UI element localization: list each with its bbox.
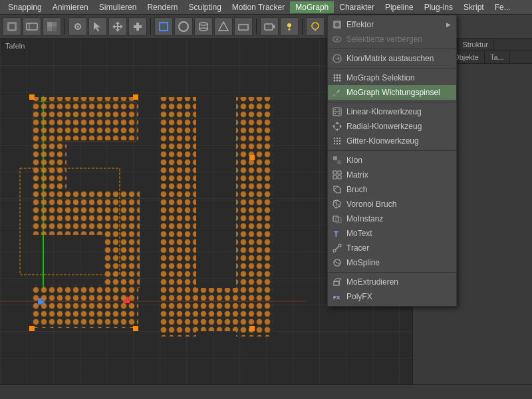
toolbar-cursor[interactable] <box>88 17 107 36</box>
menu-mograph-selektion[interactable]: MoGraph Selektion <box>328 70 456 85</box>
svg-point-82 <box>336 140 338 142</box>
svg-rect-13 <box>136 23 139 31</box>
menu-tracer[interactable]: Tracer <box>328 241 456 255</box>
toolbar-light[interactable] <box>280 17 299 36</box>
svg-rect-51 <box>249 326 255 331</box>
menu-matrix[interactable]: Matrix <box>328 168 456 182</box>
svg-point-64 <box>336 80 338 82</box>
svg-marker-105 <box>334 279 341 281</box>
svg-text:FX: FX <box>333 295 340 301</box>
menu-sculpting[interactable]: Sculpting <box>183 1 226 13</box>
svg-point-86 <box>339 143 340 144</box>
menu-rendern[interactable]: Rendern <box>142 1 183 13</box>
svg-point-76 <box>336 129 338 131</box>
svg-line-96 <box>336 200 337 208</box>
svg-point-19 <box>200 28 207 31</box>
svg-point-65 <box>339 80 341 82</box>
svg-point-66 <box>333 94 335 96</box>
menu-mograph[interactable]: MoGraph <box>290 1 334 13</box>
toolbar-sep-1 <box>65 19 65 35</box>
polyfx-icon: FX <box>332 291 342 302</box>
svg-point-78 <box>334 138 335 139</box>
toolbar-scale[interactable] <box>128 17 147 36</box>
menu-pipeline[interactable]: Pipeline <box>380 1 419 13</box>
menu-effektor[interactable]: Effektor <box>328 17 456 32</box>
menu-voronoi-bruch[interactable]: Voronoi Bruch <box>328 197 456 211</box>
svg-point-72 <box>338 113 340 114</box>
menu-klon-matrix-austauschen[interactable]: Klon/Matrix austauschen <box>328 51 456 66</box>
toolbar-plane[interactable] <box>234 17 253 36</box>
svg-rect-91 <box>333 176 336 179</box>
menu-mospline[interactable]: MoSpline <box>328 255 456 270</box>
svg-rect-88 <box>337 160 341 164</box>
svg-rect-21 <box>239 25 248 30</box>
menu-charakter[interactable]: Charakter <box>334 1 380 13</box>
menu-skript[interactable]: Skript <box>458 1 489 13</box>
menu-linear-klonwerkzeug[interactable]: Linear-Klonwerkzeug <box>328 104 456 119</box>
svg-rect-92 <box>338 176 341 179</box>
menu-motion-tracker[interactable]: Motion Tracker <box>227 1 290 13</box>
toolbar-cone[interactable] <box>214 17 233 36</box>
menu-polyfx[interactable]: FX PolyFX <box>328 289 456 304</box>
svg-point-81 <box>334 140 335 142</box>
menu-radial-klonwerkzeug[interactable]: Radial-Klonwerkzeug <box>328 119 456 134</box>
svg-rect-50 <box>249 155 255 160</box>
svg-rect-48 <box>29 326 35 331</box>
svg-rect-89 <box>333 171 336 174</box>
svg-rect-49 <box>133 326 138 331</box>
svg-rect-14 <box>160 23 168 31</box>
menu-moextrudieren[interactable]: MoExtrudieren <box>328 275 456 289</box>
svg-marker-20 <box>219 22 228 31</box>
svg-point-75 <box>340 126 342 128</box>
toolbar-gear[interactable] <box>68 17 87 36</box>
menu-motext[interactable]: T MoText <box>328 226 456 241</box>
mospline-icon <box>332 257 342 268</box>
menu-section-3: MoGraph Selektion MoGraph Wichtungspinse… <box>328 68 456 102</box>
toolbar-sphere[interactable] <box>174 17 193 36</box>
menu-bruch[interactable]: Bruch <box>328 182 456 197</box>
svg-point-57 <box>334 74 336 76</box>
menu-section-5: Klon Matrix Bruch <box>328 151 456 273</box>
svg-point-80 <box>339 138 340 139</box>
svg-rect-6 <box>47 27 52 31</box>
svg-line-94 <box>334 186 338 190</box>
menu-plugins[interactable]: Plug-ins <box>419 1 458 13</box>
menu-mograph-wichtungspinsel[interactable]: MoGraph Wichtungspinsel <box>328 85 456 100</box>
menu-moinstanz[interactable]: MoInstanz <box>328 211 456 226</box>
bruch-icon <box>332 184 342 195</box>
menu-snapping[interactable]: Snapping <box>3 1 47 13</box>
brush-icon <box>332 87 342 98</box>
svg-point-102 <box>338 244 341 247</box>
menu-klon[interactable]: Klon <box>328 153 456 168</box>
status-bar <box>0 384 532 399</box>
svg-point-55 <box>336 38 338 41</box>
svg-point-24 <box>287 23 291 27</box>
toolbar-box[interactable] <box>154 17 173 36</box>
toolbar-cylinder[interactable] <box>194 17 213 36</box>
svg-point-61 <box>336 77 338 79</box>
menu-animieren[interactable]: Animieren <box>47 1 94 13</box>
matrix-icon <box>332 170 342 180</box>
gitter-icon <box>332 136 342 146</box>
toolbar-camera[interactable] <box>260 17 279 36</box>
svg-point-60 <box>334 77 336 79</box>
toolbar-bulb[interactable] <box>306 17 325 36</box>
toolbar-btn-1[interactable] <box>3 17 21 36</box>
svg-point-62 <box>339 77 341 79</box>
svg-point-71 <box>334 113 336 114</box>
menu-simulieren[interactable]: Simulieren <box>94 1 142 13</box>
toolbar-move[interactable] <box>108 17 127 36</box>
menu-fe[interactable]: Fe... <box>489 1 516 13</box>
svg-point-69 <box>334 109 336 110</box>
toolbar-btn-3[interactable] <box>43 17 61 36</box>
tab-struktur[interactable]: Struktur <box>458 39 495 51</box>
moinstanz-icon <box>332 213 342 224</box>
dots-grid-icon <box>332 72 342 83</box>
toolbar-btn-2[interactable] <box>23 17 41 36</box>
svg-point-74 <box>336 122 338 124</box>
subtab-ta[interactable]: Ta... <box>485 51 510 63</box>
tracer-icon <box>332 243 342 253</box>
svg-rect-1 <box>9 24 15 29</box>
menu-gitter-klonwerkzeug[interactable]: Gitter-Klonwerkzeug <box>328 134 456 148</box>
svg-point-16 <box>200 23 207 25</box>
